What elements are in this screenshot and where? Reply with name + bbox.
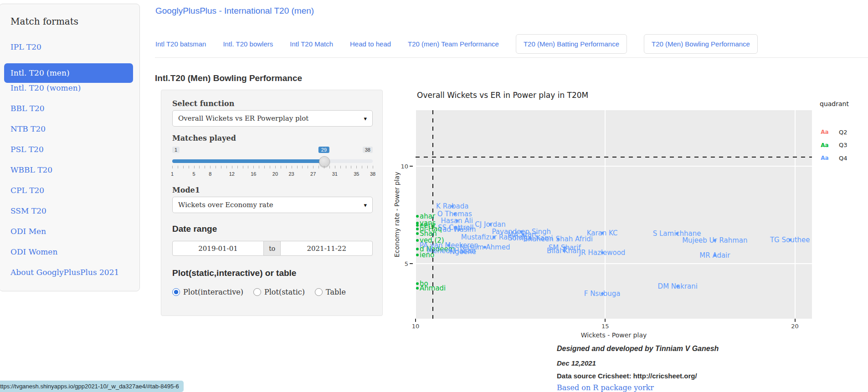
caret-down-icon: ▾ bbox=[364, 202, 367, 209]
player-label-karan-kc: Karan KC bbox=[587, 229, 618, 237]
tab-intl-t20-bowlers[interactable]: Intl. T20 bowlers bbox=[223, 40, 273, 48]
sidebar-item-wbbl-t20[interactable]: WBBL T20 bbox=[0, 165, 139, 186]
sidebar-item-ipl-t20[interactable]: IPL T20 bbox=[0, 42, 139, 63]
player-name: Ahmadi bbox=[420, 284, 446, 292]
slider-grid: 1581216202327313538 bbox=[172, 166, 373, 181]
sidebar-item-intl-t20-men[interactable]: Intl. T20 (men) bbox=[4, 63, 133, 83]
player-label-mr-adair: MR Adair bbox=[699, 251, 730, 260]
function-select[interactable]: Overall Wickets vs ER Powerplay plot ▾ bbox=[172, 110, 373, 127]
radio-label: Plot(static) bbox=[264, 288, 305, 296]
output-type-label: Plot(static,interactive) or table bbox=[172, 268, 373, 278]
date-to-input[interactable] bbox=[280, 241, 373, 256]
radio-input-table[interactable] bbox=[315, 288, 323, 296]
date-range-label: Date range bbox=[172, 224, 373, 234]
slider-tick-12: 12 bbox=[229, 171, 235, 177]
radio-plot-static[interactable]: Plot(static) bbox=[253, 288, 305, 296]
x-tick-15: 15 bbox=[601, 323, 609, 330]
sidebar-item-psl-t20[interactable]: PSL T20 bbox=[0, 145, 139, 165]
reference-hline bbox=[416, 157, 812, 158]
legend-label: Q3 bbox=[839, 142, 847, 148]
tab-t20-men-team-performance[interactable]: T20 (men) Team Performance bbox=[408, 40, 499, 48]
matches-played-slider[interactable]: 1 38 29 1581216202327313538 bbox=[172, 147, 373, 183]
player-label-jr-hazlewood: JR Hazlewood bbox=[579, 249, 626, 257]
sidebar-item-odi-women[interactable]: ODI Women bbox=[0, 247, 139, 268]
player-label-mujeeb-ur-rahman: Mujeeb Ur Rahman bbox=[682, 236, 747, 244]
sidebar-item-ssm-t20[interactable]: SSM T20 bbox=[0, 206, 139, 227]
player-label-k-rabada: K Rabada bbox=[436, 202, 468, 210]
player-label-bilal-khan: Bilal Khan bbox=[547, 247, 581, 255]
data-point bbox=[416, 215, 419, 218]
slider-value-badge: 29 bbox=[318, 147, 329, 153]
tabs-divider bbox=[155, 57, 868, 58]
legend-entry-q2: AaQ2 bbox=[817, 127, 847, 137]
gridline-y-10 bbox=[416, 166, 812, 167]
player-label-ahmadi: Ahmadi bbox=[416, 284, 446, 292]
sidebar-item-ntb-t20[interactable]: NTB T20 bbox=[0, 124, 139, 145]
data-point bbox=[416, 248, 419, 250]
footer-date: Dec 12,2021 bbox=[557, 359, 596, 367]
y-tick-mark bbox=[410, 263, 413, 264]
tab-head-to-head[interactable]: Head to head bbox=[350, 40, 391, 48]
player-label-f-nsubuga: F Nsubuga bbox=[584, 290, 621, 298]
footer-datasource: Data source Cricsheet: http://cricsheet.… bbox=[557, 372, 697, 380]
legend-swatch-q4: Aa bbox=[817, 155, 832, 161]
section-heading: Intl.T20 (Men) Bowling Performance bbox=[155, 73, 302, 83]
mode1-select[interactable]: Wickets over Economy rate ▾ bbox=[172, 197, 373, 213]
data-point bbox=[416, 232, 419, 235]
function-select-value: Overall Wickets vs ER Powerplay plot bbox=[178, 114, 308, 122]
footer-credit: Designed and developed by Tinniam V Gane… bbox=[557, 345, 719, 353]
mode1-label: Mode1 bbox=[172, 186, 373, 194]
tab-intl-t20-batsman[interactable]: Intl T20 batsman bbox=[155, 40, 206, 48]
status-url: https://tvganesh.shinyapps.io/gpp2021-10… bbox=[0, 383, 179, 390]
sidebar-item-about-googlyplusplus-2021[interactable]: About GooglyPlusPlus 2021 bbox=[0, 268, 139, 288]
tab-intl-t20-match[interactable]: Intl T20 Match bbox=[290, 40, 333, 48]
x-tick-mark bbox=[415, 319, 416, 322]
slider-tick-8: 8 bbox=[209, 171, 211, 177]
legend-label: Q2 bbox=[839, 129, 847, 136]
select-function-label: Select function bbox=[172, 99, 373, 108]
chart-x-axis-label: Wickets - Power play bbox=[416, 331, 812, 339]
radio-input-plot-static[interactable] bbox=[253, 288, 261, 296]
gridline-y-5 bbox=[416, 263, 812, 264]
slider-tick-31: 31 bbox=[332, 171, 338, 177]
player-label-tg-southee: TG Southee bbox=[770, 236, 810, 244]
sidebar-item-cpl-t20[interactable]: CPL T20 bbox=[0, 186, 139, 206]
app-root: Match formats IPL T20Intl. T20 (men)Intl… bbox=[0, 0, 868, 392]
radio-input-plot-interactive[interactable] bbox=[172, 288, 180, 296]
player-label-ngeene: Ngeene bbox=[450, 248, 476, 256]
slider-max-badge: 38 bbox=[363, 147, 373, 153]
y-tick-5: 5 bbox=[405, 260, 408, 267]
data-point bbox=[416, 254, 419, 256]
x-tick-10: 10 bbox=[412, 323, 420, 330]
legend-label: Q4 bbox=[839, 155, 847, 162]
date-range-separator: to bbox=[264, 241, 280, 256]
matches-played-label: Matches played bbox=[172, 134, 373, 143]
chart-title: Overall Wickets vs ER in Power play in T… bbox=[417, 91, 588, 100]
x-tick-mark bbox=[605, 319, 606, 322]
legend-entry-q3: AaQ3 bbox=[817, 141, 847, 150]
slider-fill bbox=[172, 159, 324, 163]
slider-tick-23: 23 bbox=[288, 171, 294, 177]
player-label-ad-wasim: ad Wasim bbox=[442, 225, 476, 234]
slider-tick-20: 20 bbox=[272, 171, 278, 177]
slider-tick-38: 38 bbox=[370, 171, 375, 177]
y-tick-10: 10 bbox=[401, 163, 408, 169]
slider-tick-35: 35 bbox=[354, 171, 359, 177]
slider-tick-5: 5 bbox=[193, 171, 195, 177]
legend-swatch-q3: Aa bbox=[817, 142, 832, 148]
chart-panel[interactable]: aharvanseeraul-HaqShahved (2)d Nadeemien… bbox=[416, 110, 812, 319]
sidebar-item-bbl-t20[interactable]: BBL T20 bbox=[0, 104, 139, 124]
sidebar-item-intl-t20-women[interactable]: Intl. T20 (women) bbox=[0, 83, 139, 104]
date-from-input[interactable] bbox=[172, 241, 264, 256]
footer-yorkr-link[interactable]: Based on R package yorkr bbox=[557, 383, 654, 392]
slider-min-badge: 1 bbox=[172, 147, 180, 153]
tab-t20-men-batting-performance[interactable]: T20 (Men) Batting Performance bbox=[516, 34, 627, 54]
radio-plot-interactive[interactable]: Plot(interactive) bbox=[172, 288, 243, 296]
tab-t20-men-bowling-performance[interactable]: T20 (Men) Bowling Performance bbox=[644, 34, 758, 54]
caret-down-icon: ▾ bbox=[364, 115, 367, 122]
sidebar-title: Match formats bbox=[10, 16, 78, 27]
sidebar-item-odi-men[interactable]: ODI Men bbox=[0, 227, 139, 247]
y-tick-mark bbox=[410, 166, 413, 167]
data-point bbox=[416, 287, 419, 290]
radio-table[interactable]: Table bbox=[315, 288, 346, 296]
